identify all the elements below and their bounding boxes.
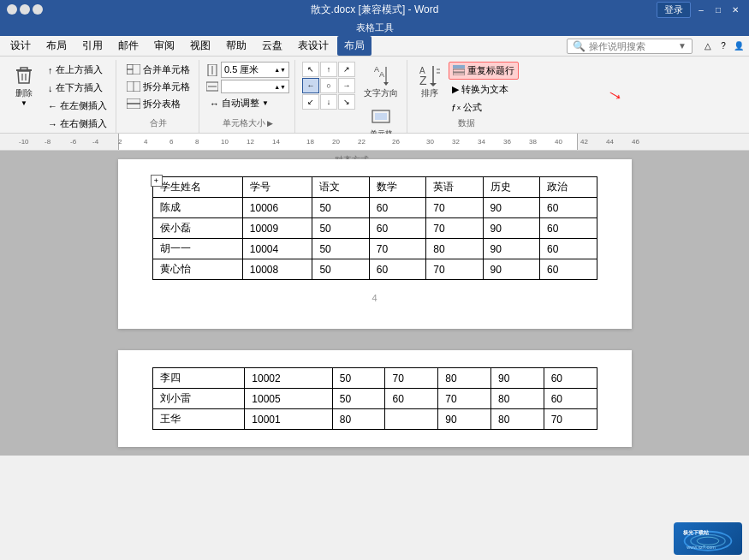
table-cell[interactable]: 50 <box>312 198 369 218</box>
width-input[interactable]: ▲▼ <box>221 80 289 93</box>
close-btn[interactable] <box>33 4 43 15</box>
repeat-header-button[interactable]: 重复标题行 <box>449 62 519 80</box>
align-middle-right[interactable]: → <box>338 78 355 93</box>
table-cell[interactable]: 60 <box>369 259 425 280</box>
table-cell[interactable]: 50 <box>312 218 369 239</box>
align-bottom-center[interactable]: ↓ <box>320 94 337 110</box>
user-icon[interactable]: 👤 <box>732 39 746 53</box>
height-spinner[interactable]: ▲▼ <box>274 67 286 73</box>
table-cell[interactable]: 胡一一 <box>152 239 242 259</box>
table-cell[interactable]: 50 <box>312 259 369 280</box>
text-direction-button[interactable]: A A 文字方向 <box>360 62 401 101</box>
table-cell[interactable]: 60 <box>369 198 425 218</box>
table-cell[interactable]: 60 <box>540 239 597 259</box>
align-middle-center[interactable]: ○ <box>320 78 337 93</box>
table-cell[interactable]: 70 <box>385 368 438 389</box>
menu-layout-main[interactable]: 布局 <box>39 36 74 56</box>
table-cell[interactable]: 10002 <box>245 368 332 389</box>
table-cell[interactable]: 60 <box>540 198 597 218</box>
table-cell[interactable]: 10005 <box>245 389 332 409</box>
table-cell[interactable] <box>385 409 438 430</box>
menu-table-layout[interactable]: 布局 <box>337 36 372 56</box>
table-cell[interactable]: 50 <box>332 389 385 409</box>
insert-left-button[interactable]: ← 在左侧插入 <box>45 98 110 114</box>
search-input[interactable] <box>589 41 675 51</box>
menu-cloud[interactable]: 云盘 <box>255 36 289 56</box>
table-cell[interactable]: 50 <box>332 368 385 389</box>
table-cell[interactable]: 80 <box>426 239 483 259</box>
window-restore-icon[interactable]: □ <box>711 3 725 16</box>
table-cell[interactable]: 10008 <box>242 259 312 280</box>
table-cell[interactable]: 10006 <box>242 198 312 218</box>
window-minimize-icon[interactable]: – <box>694 3 708 16</box>
split-cells-button[interactable]: 拆分单元格 <box>123 79 193 95</box>
insert-below-button[interactable]: ↓ 在下方插入 <box>45 80 110 96</box>
align-middle-left[interactable]: ← <box>302 78 319 93</box>
table-cell[interactable]: 90 <box>483 198 539 218</box>
table-cell[interactable]: 90 <box>483 259 539 280</box>
table-cell[interactable]: 60 <box>540 218 597 239</box>
cell-size-expand[interactable]: ▶ <box>267 119 273 128</box>
table-cell[interactable]: 60 <box>385 389 438 409</box>
table-cell[interactable]: 90 <box>438 409 491 430</box>
sort-button[interactable]: A Z 排序 <box>414 62 445 101</box>
table-cell[interactable]: 陈成 <box>152 198 242 218</box>
menu-mailings[interactable]: 邮件 <box>111 36 146 56</box>
login-button[interactable]: 登录 <box>657 2 691 18</box>
table-cell[interactable]: 60 <box>540 259 597 280</box>
height-input[interactable]: 0.5 厘米 ▲▼ <box>221 62 289 78</box>
maximize-btn[interactable] <box>20 4 30 15</box>
table-cell[interactable]: 70 <box>426 218 483 239</box>
split-table-button[interactable]: 拆分表格 <box>123 96 184 112</box>
table-cell[interactable]: 70 <box>426 198 483 218</box>
help-btn[interactable]: ? <box>716 39 730 53</box>
table-cell[interactable]: 80 <box>438 368 491 389</box>
table-cell[interactable]: 李四 <box>152 368 245 389</box>
table-cell[interactable]: 70 <box>438 389 491 409</box>
window-close-icon[interactable]: ✕ <box>728 3 742 16</box>
table-cell[interactable]: 80 <box>332 409 385 430</box>
insert-above-button[interactable]: ↑ 在上方插入 <box>45 62 110 78</box>
menu-view[interactable]: 视图 <box>183 36 217 56</box>
table-cell[interactable]: 60 <box>544 389 597 409</box>
align-top-center[interactable]: ↑ <box>320 62 337 77</box>
table-cell[interactable]: 黄心怡 <box>152 259 242 280</box>
align-bottom-right[interactable]: ↘ <box>338 94 355 110</box>
table-cell[interactable]: 60 <box>369 218 425 239</box>
minimize-btn[interactable] <box>7 4 17 15</box>
table-cell[interactable]: 50 <box>312 239 369 259</box>
table-cell[interactable]: 王华 <box>152 409 245 430</box>
menu-references[interactable]: 引用 <box>75 36 110 56</box>
menu-design[interactable]: 设计 <box>3 36 38 56</box>
table-cell[interactable]: 70 <box>426 259 483 280</box>
table-cell[interactable]: 70 <box>369 239 425 259</box>
delete-button[interactable]: 删除 ▼ <box>9 62 39 109</box>
convert-text-button[interactable]: ▶ 转换为文本 <box>449 81 519 98</box>
formula-button[interactable]: fx 公式 <box>449 99 519 116</box>
merge-cells-button[interactable]: 合并单元格 <box>123 62 193 78</box>
align-top-right[interactable]: ↗ <box>338 62 355 77</box>
table-cell[interactable]: 侯小磊 <box>152 218 242 239</box>
table-cell[interactable]: 90 <box>483 218 539 239</box>
ribbon-collapse-btn[interactable]: △ <box>701 39 715 53</box>
table-cell[interactable]: 70 <box>544 409 597 430</box>
table-cell[interactable]: 10001 <box>245 409 332 430</box>
width-spinner[interactable]: ▲▼ <box>274 84 286 90</box>
table-cell[interactable]: 10009 <box>242 218 312 239</box>
table-cell[interactable]: 90 <box>490 368 544 389</box>
table-handle[interactable]: + <box>151 175 163 187</box>
table-cell[interactable]: 80 <box>490 409 544 430</box>
table-cell[interactable]: 90 <box>483 239 539 259</box>
table-cell[interactable]: 刘小雷 <box>152 389 245 409</box>
menu-table-design[interactable]: 表设计 <box>291 36 336 56</box>
menu-review[interactable]: 审阅 <box>147 36 181 56</box>
auto-fit-button[interactable]: ↔ 自动调整 ▼ <box>206 95 272 111</box>
table-cell[interactable]: 10004 <box>242 239 312 259</box>
table-cell[interactable]: 60 <box>544 368 597 389</box>
menu-help[interactable]: 帮助 <box>219 36 253 56</box>
table-cell[interactable]: 80 <box>490 389 544 409</box>
align-top-left[interactable]: ↖ <box>302 62 319 77</box>
page-number: 4 <box>152 293 597 303</box>
align-bottom-left[interactable]: ↙ <box>302 94 319 110</box>
insert-right-button[interactable]: → 在右侧插入 <box>45 116 110 132</box>
